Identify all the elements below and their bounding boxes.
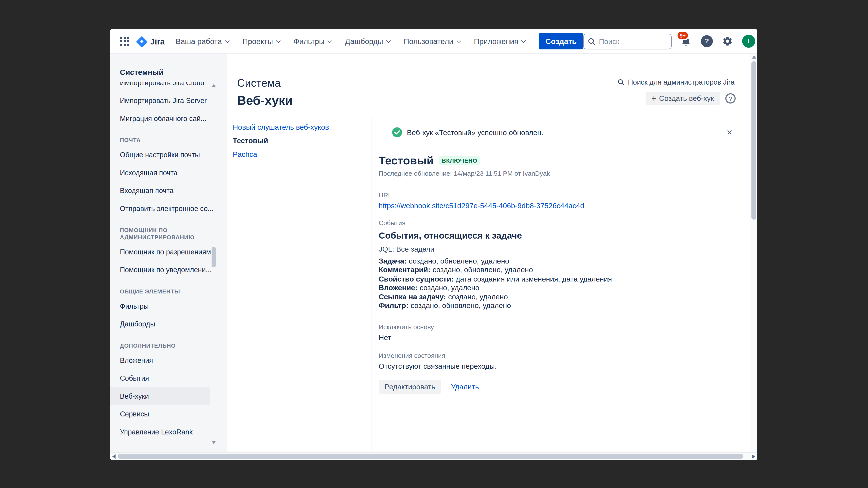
status-badge: ВКЛЮЧЕНО bbox=[439, 156, 480, 165]
last-updated-text: Последнее обновление: 14/мар/23 11:51 PM… bbox=[379, 170, 734, 177]
browser-app-window: Jira Ваша работа Проекты Фильтры Дашборд… bbox=[110, 29, 757, 460]
event-row-value: создано, обновлено, удалено bbox=[410, 301, 511, 310]
webhook-name: Тестовый bbox=[379, 154, 434, 167]
nav-item-label: Пользователи bbox=[404, 37, 453, 45]
sidebar-item-mail-settings[interactable]: Общие настройки почты bbox=[110, 146, 210, 164]
detail-actions: Редактировать Удалить bbox=[379, 381, 734, 394]
content-columns: Новый слушатель веб-хуков Тестовый Pachc… bbox=[227, 118, 750, 452]
event-row-value: создано, обновлено, удалено bbox=[409, 257, 509, 265]
sidebar-scroll-area: Импортировать Jira Cloud Импортировать J… bbox=[110, 82, 227, 451]
sidebar-item-services[interactable]: Сервисы bbox=[110, 405, 210, 423]
sidebar-item-filters[interactable]: Фильтры bbox=[110, 297, 210, 315]
scroll-left-arrow[interactable] bbox=[113, 454, 116, 459]
nav-item-label: Ваша работа bbox=[176, 37, 222, 45]
question-mark-icon: ? bbox=[705, 37, 709, 45]
nav-item-apps[interactable]: Приложения bbox=[474, 37, 525, 45]
sidebar-item-attachments[interactable]: Вложения bbox=[110, 351, 210, 369]
nav-item-filters[interactable]: Фильтры bbox=[293, 37, 332, 45]
top-navbar: Jira Ваша работа Проекты Фильтры Дашборд… bbox=[110, 29, 757, 54]
url-label: URL bbox=[379, 192, 734, 199]
events-section-title: События, относящиеся к задаче bbox=[379, 230, 734, 241]
chevron-down-icon bbox=[456, 38, 461, 43]
page-help-button[interactable]: ? bbox=[725, 93, 736, 104]
horizontal-scrollbar-thumb[interactable] bbox=[118, 454, 743, 459]
vertical-scrollbar bbox=[750, 54, 757, 460]
admin-search-label: Поиск для администраторов Jira bbox=[628, 78, 735, 86]
success-check-icon bbox=[392, 127, 403, 138]
edit-button[interactable]: Редактировать bbox=[379, 381, 441, 394]
webhook-url-link[interactable]: https://webhook.site/c51d297e-5445-406b-… bbox=[379, 202, 584, 210]
sidebar-item-incoming-mail[interactable]: Входящая почта bbox=[110, 182, 210, 200]
delete-button[interactable]: Удалить bbox=[451, 383, 479, 391]
sidebar-scrollbar-thumb[interactable] bbox=[212, 247, 216, 267]
jira-logo[interactable]: Jira bbox=[136, 36, 165, 47]
webhook-name-row: Тестовый ВКЛЮЧЕНО bbox=[379, 154, 734, 167]
main-navigation: Ваша работа Проекты Фильтры Дашборды Пол… bbox=[176, 37, 539, 45]
nav-item-people[interactable]: Пользователи bbox=[404, 37, 460, 45]
horizontal-scrollbar bbox=[110, 452, 757, 460]
admin-search-link[interactable]: Поиск для администраторов Jira bbox=[618, 78, 735, 86]
nav-item-dashboards[interactable]: Дашборды bbox=[345, 37, 390, 45]
sidebar-item-import-jira-server[interactable]: Импортировать Jira Server bbox=[110, 92, 210, 110]
webhook-list: Новый слушатель веб-хуков Тестовый Pachc… bbox=[227, 118, 372, 452]
event-row-value: создано, удалено bbox=[420, 284, 479, 292]
vertical-scrollbar-thumb[interactable] bbox=[751, 61, 756, 220]
nav-item-label: Фильтры bbox=[293, 37, 324, 45]
event-row-label: Вложение: bbox=[379, 284, 417, 292]
create-issue-button[interactable]: Создать bbox=[539, 33, 583, 50]
sidebar-header-shared-items: ОБЩИЕ ЭЛЕМЕНТЫ bbox=[110, 288, 210, 295]
settings-button[interactable] bbox=[721, 35, 734, 47]
success-flag: Веб-хук «Тестовый» успешно обновлен. × bbox=[379, 127, 734, 138]
event-row-value: создано, удалено bbox=[448, 293, 508, 301]
nav-item-your-work[interactable]: Ваша работа bbox=[176, 37, 229, 45]
sidebar-item-webhooks[interactable]: Веб-хуки bbox=[110, 387, 210, 405]
header-actions: + Создать веб-хук ? bbox=[645, 92, 736, 105]
scroll-up-arrow[interactable] bbox=[752, 55, 756, 59]
sidebar-item-send-email[interactable]: Отправить электронное со... bbox=[110, 199, 210, 218]
notifications-button[interactable]: 9+ bbox=[680, 35, 692, 47]
event-row-label: Свойство сущности: bbox=[379, 275, 454, 283]
event-row-label: Ссылка на задачу: bbox=[379, 293, 446, 301]
close-icon[interactable]: × bbox=[726, 128, 734, 137]
event-row: Ссылка на задачу:создано, удалено bbox=[379, 293, 734, 301]
event-row: Задача:создано, обновлено, удалено bbox=[379, 257, 734, 266]
webhook-list-item-pachca[interactable]: Pachca bbox=[233, 148, 372, 161]
sidebar-header-mail: ПОЧТА bbox=[110, 137, 210, 144]
exclude-body-label: Исключить основу bbox=[379, 323, 734, 331]
nav-item-label: Приложения bbox=[474, 37, 519, 45]
admin-sidebar: Системный Импортировать Jira Cloud Импор… bbox=[110, 54, 227, 452]
webhook-list-item-new-listener[interactable]: Новый слушатель веб-хуков bbox=[233, 120, 372, 134]
app-body: Системный Импортировать Jira Cloud Импор… bbox=[110, 54, 757, 452]
nav-item-label: Дашборды bbox=[345, 37, 383, 45]
webhook-detail-panel: Веб-хук «Тестовый» успешно обновлен. × Т… bbox=[372, 118, 750, 452]
event-row: Фильтр:создано, обновлено, удалено bbox=[379, 301, 734, 311]
navbar-right: 9+ ? I bbox=[583, 33, 755, 49]
scroll-right-arrow[interactable] bbox=[752, 454, 755, 459]
sidebar-scrollbar bbox=[212, 84, 216, 444]
search-input[interactable] bbox=[583, 33, 672, 49]
global-search bbox=[583, 33, 672, 49]
event-row-label: Задача: bbox=[379, 257, 407, 265]
scroll-up-arrow[interactable] bbox=[212, 84, 216, 88]
sidebar-item-events[interactable]: События bbox=[110, 369, 210, 387]
scroll-down-arrow[interactable] bbox=[212, 441, 216, 444]
sidebar-item-dashboards[interactable]: Дашборды bbox=[110, 315, 210, 333]
sidebar-item-notification-helper[interactable]: Помощник по уведомлени... bbox=[110, 261, 210, 279]
sidebar-title: Системный bbox=[110, 54, 227, 82]
sidebar-item-cloud-migration[interactable]: Миграция облачного сай... bbox=[110, 109, 210, 128]
jira-logo-icon bbox=[136, 36, 148, 47]
nav-item-projects[interactable]: Проекты bbox=[242, 37, 280, 45]
search-icon bbox=[618, 79, 625, 86]
event-row: Вложение:создано, удалено bbox=[379, 284, 734, 293]
create-webhook-button[interactable]: + Создать веб-хук bbox=[645, 92, 720, 105]
sidebar-item-outgoing-mail[interactable]: Исходящая почта bbox=[110, 164, 210, 182]
user-avatar[interactable]: I bbox=[742, 35, 755, 48]
app-switcher-icon[interactable] bbox=[120, 37, 129, 46]
sidebar-item-import-jira-cloud[interactable]: Импортировать Jira Cloud bbox=[110, 82, 210, 92]
sidebar-item-lexorank[interactable]: Управление LexoRank bbox=[110, 423, 210, 441]
sidebar-item-permission-helper[interactable]: Помощник по разрешениям bbox=[110, 243, 210, 261]
event-rows: Задача:создано, обновлено, удалено Комме… bbox=[379, 257, 734, 311]
help-button[interactable]: ? bbox=[701, 35, 713, 47]
webhook-list-item-testovyi[interactable]: Тестовый bbox=[233, 134, 372, 148]
main-content: Система Веб-хуки Поиск для администратор… bbox=[227, 54, 757, 452]
